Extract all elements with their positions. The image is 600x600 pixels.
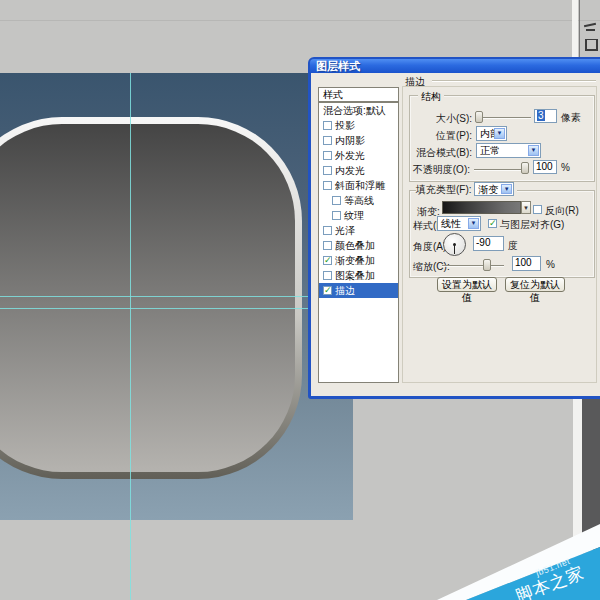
dialog-title: 图层样式 (316, 60, 360, 72)
styles-list-header[interactable]: 样式 (318, 87, 399, 102)
chevron-down-icon[interactable]: ▼ (468, 218, 479, 229)
checkbox[interactable] (323, 121, 332, 130)
checkbox[interactable] (323, 241, 332, 250)
panel-edge-strip (572, 0, 578, 57)
watermark-banner: jb51.net 脚本之家 (430, 505, 600, 600)
angle-needle (454, 245, 455, 254)
size-slider-track[interactable] (483, 117, 531, 118)
gradient-preview-bar[interactable] (442, 201, 521, 214)
list-item-gradient-overlay[interactable]: ✓ 渐变叠加 (319, 253, 398, 268)
blend-mode-label: 混合模式(B): (400, 146, 472, 160)
size-input[interactable]: 3 (534, 109, 557, 123)
panel-divider-line (579, 0, 580, 57)
chevron-down-icon[interactable]: ▼ (494, 128, 505, 139)
list-item-inner-glow[interactable]: 内发光 (319, 163, 398, 178)
scale-input[interactable]: 100 (512, 256, 541, 271)
opacity-slider-track[interactable] (474, 169, 526, 170)
angle-center-dot (453, 243, 456, 246)
panel-tab-icon[interactable] (584, 39, 597, 50)
angle-unit: 度 (508, 239, 518, 253)
list-item-satin[interactable]: 光泽 (319, 223, 398, 238)
fill-type-label: 填充类型(F): (416, 184, 472, 195)
structure-legend: 结构 (418, 90, 444, 104)
checkbox[interactable] (323, 226, 332, 235)
list-item-contour[interactable]: 等高线 (319, 193, 398, 208)
reverse-label: 反向(R) (545, 204, 579, 218)
vertical-guide[interactable] (130, 73, 131, 600)
checkbox[interactable]: ✓ (323, 286, 332, 295)
list-item-texture[interactable]: 纹理 (319, 208, 398, 223)
rounded-square-shape (0, 117, 302, 479)
list-item-stroke[interactable]: ✓ 描边 (319, 283, 398, 298)
angle-input[interactable]: -90 (473, 236, 504, 251)
position-dropdown[interactable]: 内部 ▼ (476, 126, 507, 141)
horizontal-guide[interactable] (0, 308, 353, 309)
opacity-slider-thumb[interactable] (521, 162, 529, 174)
blend-mode-dropdown[interactable]: 正常 ▼ (476, 143, 541, 158)
options-bar-divider (0, 20, 600, 21)
list-item-color-overlay[interactable]: 颜色叠加 (319, 238, 398, 253)
chevron-down-icon[interactable]: ▼ (501, 184, 512, 194)
scale-unit: % (546, 259, 555, 270)
align-with-layer-checkbox[interactable]: ✓ (488, 219, 497, 228)
checkbox[interactable]: ✓ (323, 256, 332, 265)
set-default-button[interactable]: 设置为默认值 (437, 277, 497, 292)
size-slider-thumb[interactable] (475, 111, 483, 123)
list-item-blending-options[interactable]: 混合选项:默认 (319, 103, 398, 118)
scale-slider-thumb[interactable] (483, 259, 491, 271)
scale-slider-track[interactable] (442, 265, 504, 266)
opacity-input[interactable]: 100 (533, 160, 557, 174)
chevron-down-icon[interactable]: ▼ (528, 145, 539, 156)
styles-list: 混合选项:默认 投影 内阴影 外发光 内发光 斜面和浮雕 等高线 (318, 102, 399, 383)
size-label: 大小(S): (411, 112, 472, 126)
gradient-style-dropdown[interactable]: 线性 ▼ (437, 216, 481, 231)
align-with-layer-label: 与图层对齐(G) (500, 218, 564, 232)
checkbox[interactable] (332, 211, 341, 220)
fill-type-dropdown[interactable]: 渐变 ▼ (474, 182, 514, 196)
layer-style-dialog: 图层样式 样式 混合选项:默认 投影 内阴影 外发光 内发光 斜面 (308, 57, 600, 399)
checkbox[interactable] (323, 166, 332, 175)
position-label: 位置(P): (411, 129, 472, 143)
reset-default-button[interactable]: 复位为默认值 (505, 277, 565, 292)
scale-label: 缩放(C): (413, 260, 450, 274)
list-item-outer-glow[interactable]: 外发光 (319, 148, 398, 163)
opacity-label: 不透明度(O): (398, 163, 470, 177)
panel-tab-icon[interactable] (584, 22, 597, 33)
gradient-picker-arrow[interactable]: ▼ (521, 201, 531, 214)
angle-dial[interactable] (443, 233, 466, 256)
list-item-inner-shadow[interactable]: 内阴影 (319, 133, 398, 148)
checkbox[interactable] (332, 196, 341, 205)
dialog-title-bar[interactable]: 图层样式 (310, 59, 600, 73)
size-unit: 像素 (561, 111, 581, 125)
list-item-pattern-overlay[interactable]: 图案叠加 (319, 268, 398, 283)
photoshop-workspace: 图层样式 样式 混合选项:默认 投影 内阴影 外发光 内发光 斜面 (0, 0, 600, 600)
divider (432, 80, 596, 81)
fill-type-legend: 填充类型(F): 渐变 ▼ (416, 182, 517, 197)
checkbox[interactable] (323, 136, 332, 145)
list-item-drop-shadow[interactable]: 投影 (319, 118, 398, 133)
checkbox[interactable] (323, 181, 332, 190)
reverse-checkbox[interactable] (533, 205, 542, 214)
checkbox[interactable] (323, 151, 332, 160)
checkbox[interactable] (323, 271, 332, 280)
opacity-unit: % (561, 162, 570, 173)
list-item-bevel-emboss[interactable]: 斜面和浮雕 (319, 178, 398, 193)
horizontal-guide[interactable] (0, 296, 353, 297)
